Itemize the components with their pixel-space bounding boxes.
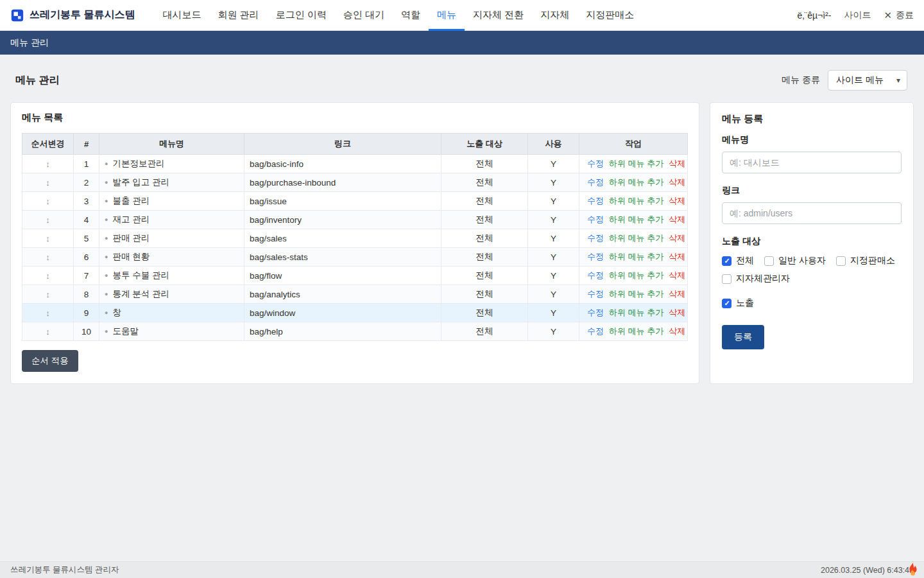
nav-item[interactable]: 지자체 <box>532 0 578 31</box>
menu-target: 전체 <box>441 155 528 173</box>
visible-checkbox-label: 노출 <box>736 297 754 309</box>
drag-handle-icon[interactable]: ↕ <box>46 159 50 169</box>
menu-link: bag/sales <box>244 229 441 248</box>
drag-handle-icon[interactable]: ↕ <box>46 197 50 206</box>
edit-link[interactable]: 수정 <box>587 196 604 206</box>
menu-name: 판매 관리 <box>112 233 150 243</box>
add-child-link[interactable]: 하위 메뉴 추가 <box>609 233 663 243</box>
edit-link[interactable]: 수정 <box>587 326 604 336</box>
row-number: 5 <box>74 229 99 248</box>
visible-checkbox[interactable]: 노출 <box>722 297 754 309</box>
menu-name-input[interactable] <box>722 152 902 173</box>
nav-item[interactable]: 회원 관리 <box>209 0 267 31</box>
table-row: ↕8●통계 분석 관리bag/analytics전체Y수정하위 메뉴 추가삭제 <box>22 285 688 304</box>
nav-item[interactable]: 지정판매소 <box>578 0 642 31</box>
nav-item[interactable]: 대시보드 <box>154 0 209 31</box>
row-number: 3 <box>74 192 99 211</box>
drag-handle-icon[interactable]: ↕ <box>46 271 50 281</box>
site-link[interactable]: 사이트 <box>844 10 871 21</box>
nav-item[interactable]: 메뉴 <box>429 0 465 31</box>
delete-link[interactable]: 삭제 <box>669 270 685 280</box>
logout-button[interactable]: ✕ 종료 <box>884 10 914 21</box>
add-child-link[interactable]: 하위 메뉴 추가 <box>609 196 663 206</box>
target-checkbox[interactable]: 전체 <box>722 255 754 267</box>
drag-handle-icon[interactable]: ↕ <box>46 234 50 243</box>
delete-link[interactable]: 삭제 <box>669 196 685 206</box>
bullet-icon: ● <box>105 310 108 316</box>
menu-table: 순서변경#메뉴명링크노출 대상사용작업 ↕1●기본정보관리bag/basic-i… <box>22 133 688 341</box>
menu-link: bag/sales-stats <box>244 248 441 267</box>
delete-link[interactable]: 삭제 <box>669 159 685 168</box>
menu-type-wrap: 메뉴 종류 사이트 메뉴 ▾ <box>782 70 907 91</box>
menu-form-title: 메뉴 등록 <box>722 113 902 125</box>
add-child-link[interactable]: 하위 메뉴 추가 <box>609 177 663 187</box>
nav-item[interactable]: 승인 대기 <box>335 0 393 31</box>
edit-link[interactable]: 수정 <box>587 159 604 168</box>
column-header: 링크 <box>244 134 441 155</box>
target-checkbox[interactable]: 지자체관리자 <box>722 273 790 285</box>
nav-item[interactable]: 지자체 전환 <box>465 0 532 31</box>
drag-handle-icon[interactable]: ↕ <box>46 327 50 337</box>
nav-item[interactable]: 로그인 이력 <box>268 0 335 31</box>
menu-link: bag/analytics <box>244 285 441 304</box>
edit-link[interactable]: 수정 <box>587 289 604 299</box>
add-child-link[interactable]: 하위 메뉴 추가 <box>609 252 663 261</box>
apply-order-button[interactable]: 순서 적용 <box>22 350 78 372</box>
menu-target: 전체 <box>441 322 528 341</box>
drag-handle-icon[interactable]: ↕ <box>46 308 50 318</box>
add-child-link[interactable]: 하위 메뉴 추가 <box>609 308 663 317</box>
column-header: 노출 대상 <box>441 134 528 155</box>
bullet-icon: ● <box>105 161 108 167</box>
delete-link[interactable]: 삭제 <box>669 326 685 336</box>
menu-target: 전체 <box>441 285 528 304</box>
add-child-link[interactable]: 하위 메뉴 추가 <box>609 215 663 224</box>
drag-handle-icon[interactable]: ↕ <box>46 215 50 225</box>
menu-use: Y <box>528 267 579 285</box>
menu-name: 불출 관리 <box>112 196 150 206</box>
menu-type-label: 메뉴 종류 <box>782 74 820 86</box>
row-number: 8 <box>74 285 99 304</box>
drag-handle-icon[interactable]: ↕ <box>46 290 50 299</box>
delete-link[interactable]: 삭제 <box>669 177 685 187</box>
edit-link[interactable]: 수정 <box>587 270 604 280</box>
edit-link[interactable]: 수정 <box>587 252 604 261</box>
menu-name: 발주 입고 관리 <box>112 177 169 187</box>
add-child-link[interactable]: 하위 메뉴 추가 <box>609 326 663 336</box>
delete-link[interactable]: 삭제 <box>669 289 685 299</box>
add-child-link[interactable]: 하위 메뉴 추가 <box>609 289 663 299</box>
footer-left: 쓰레기봉투 물류시스템 관리자 <box>10 565 119 575</box>
checkbox-icon <box>764 256 774 266</box>
table-row: ↕1●기본정보관리bag/basic-info전체Y수정하위 메뉴 추가삭제 <box>22 155 688 173</box>
drag-handle-icon[interactable]: ↕ <box>46 178 50 188</box>
menu-target: 전체 <box>441 173 528 192</box>
nav-item[interactable]: 역할 <box>393 0 429 31</box>
menu-link-input[interactable] <box>722 202 902 224</box>
submit-button[interactable]: 등록 <box>722 325 764 349</box>
delete-link[interactable]: 삭제 <box>669 233 685 243</box>
edit-link[interactable]: 수정 <box>587 215 604 224</box>
add-child-link[interactable]: 하위 메뉴 추가 <box>609 270 663 280</box>
delete-link[interactable]: 삭제 <box>669 308 685 317</box>
target-checkbox[interactable]: 지정판매소 <box>836 255 895 267</box>
row-number: 10 <box>74 322 99 341</box>
add-child-link[interactable]: 하위 메뉴 추가 <box>609 159 663 168</box>
drag-handle-icon[interactable]: ↕ <box>46 252 50 262</box>
edit-link[interactable]: 수정 <box>587 177 604 187</box>
menu-target: 전체 <box>441 229 528 248</box>
delete-link[interactable]: 삭제 <box>669 215 685 224</box>
delete-link[interactable]: 삭제 <box>669 252 685 261</box>
edit-link[interactable]: 수정 <box>587 233 604 243</box>
flame-icon <box>907 561 919 576</box>
target-checkbox[interactable]: 일반 사용자 <box>764 255 826 267</box>
table-row: ↕3●불출 관리bag/issue전체Y수정하위 메뉴 추가삭제 <box>22 192 688 211</box>
column-header: 순서변경 <box>22 134 74 155</box>
bullet-icon: ● <box>105 179 108 186</box>
footer: 쓰레기봉투 물류시스템 관리자 2026.03.25 (Wed) 6:43:43 <box>0 561 924 578</box>
menu-type-select[interactable]: 사이트 메뉴 ▾ <box>828 70 907 91</box>
bullet-icon: ● <box>105 291 108 297</box>
menu-link: bag/help <box>244 322 441 341</box>
target-label: 노출 대상 <box>722 236 902 247</box>
menu-target: 전체 <box>441 248 528 267</box>
edit-link[interactable]: 수정 <box>587 308 604 317</box>
table-row: ↕4●재고 관리bag/inventory전체Y수정하위 메뉴 추가삭제 <box>22 211 688 229</box>
